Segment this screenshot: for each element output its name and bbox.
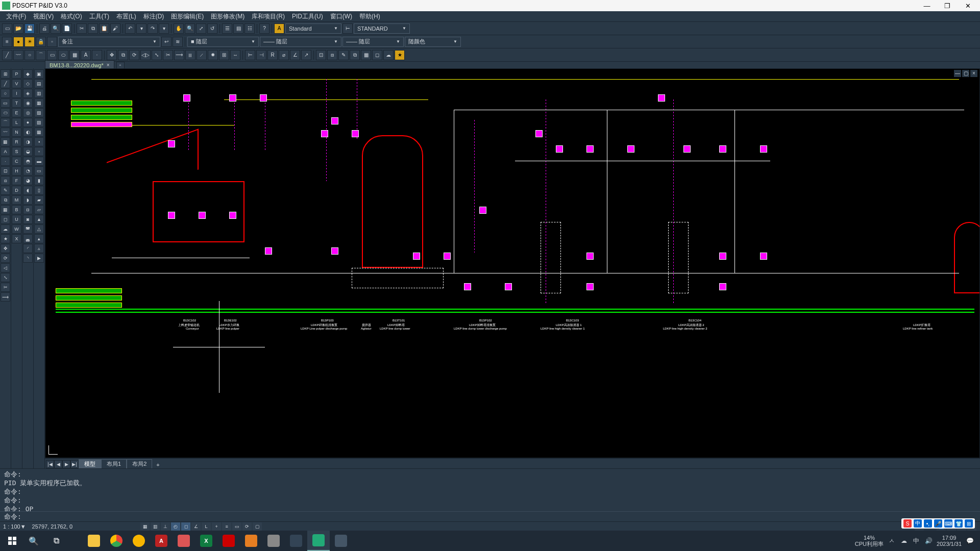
canvas-max-button[interactable]: ▢ — [962, 70, 969, 77]
palette-btn[interactable]: ◙ — [23, 215, 33, 224]
palette-btn[interactable]: M — [12, 195, 21, 205]
palette-btn[interactable]: ◝ — [23, 254, 33, 263]
palette-btn[interactable]: ◗ — [23, 195, 33, 205]
move-button[interactable]: ✥ — [107, 50, 117, 60]
canvas-close-button[interactable]: × — [970, 70, 977, 77]
palette-btn[interactable]: I — [12, 89, 21, 98]
canvas-min-button[interactable]: — — [954, 70, 961, 77]
dim-linear-button[interactable]: ⊢ — [245, 50, 255, 60]
dim-aligned-button[interactable]: ⊣ — [256, 50, 266, 60]
offset-button[interactable]: ⫼ — [185, 50, 195, 60]
cpu-monitor[interactable]: 14% CPU利用率 — [855, 535, 884, 547]
palette-btn[interactable]: ▱ — [34, 205, 44, 214]
ortho-button[interactable]: ⊥ — [161, 522, 170, 531]
ime-lang-icon[interactable]: 中 — [914, 519, 922, 528]
dyn-input-button[interactable]: + — [212, 522, 221, 531]
palette-btn[interactable]: ✎ — [1, 186, 10, 195]
wipeout-button[interactable]: ◻ — [372, 50, 382, 60]
tray-notifications-icon[interactable]: 💬 — [966, 537, 974, 545]
circle-button[interactable]: ○ — [24, 50, 35, 60]
array-button[interactable]: ⊞ — [219, 50, 229, 60]
polar-button[interactable]: ◴ — [171, 522, 180, 531]
palette-btn[interactable]: H — [12, 166, 21, 176]
point-button[interactable]: · — [92, 50, 102, 60]
palette-btn[interactable]: ⌒ — [1, 118, 10, 127]
palette-btn[interactable]: 〰 — [1, 128, 10, 137]
palette-btn[interactable]: ◇ — [23, 79, 33, 88]
palette-btn[interactable]: · — [1, 157, 10, 166]
table-button[interactable]: ▦ — [361, 50, 371, 60]
new-button[interactable]: ▭ — [2, 23, 12, 34]
xref-button[interactable]: ⧉ — [350, 50, 360, 60]
menu-format[interactable]: 格式(O) — [58, 12, 85, 21]
palette-btn[interactable]: ▤ — [34, 79, 44, 88]
tool-palette-button[interactable]: ▤ — [233, 23, 243, 34]
ime-punct-icon[interactable]: •, — [924, 519, 932, 528]
window-close-button[interactable]: ✕ — [958, 2, 978, 10]
menu-draw-edit[interactable]: 图形编辑(E) — [168, 12, 207, 21]
palette-btn[interactable]: R — [12, 137, 21, 146]
dim-diameter-button[interactable]: ⌀ — [279, 50, 289, 60]
sheet-set-button[interactable]: ☷ — [244, 23, 255, 34]
palette-btn[interactable]: ◓ — [23, 157, 33, 166]
menu-help[interactable]: 帮助(H) — [356, 12, 383, 21]
palette-btn[interactable]: N — [12, 128, 21, 137]
palette-btn[interactable]: ★ — [1, 234, 10, 243]
block-insert-button[interactable]: ⊡ — [316, 50, 326, 60]
tab-nav-prev[interactable]: ◀ — [54, 460, 62, 468]
redo-button[interactable]: ↷ — [148, 23, 158, 34]
palette-btn[interactable]: ◕ — [23, 176, 33, 185]
palette-btn[interactable]: ╱ — [1, 79, 10, 88]
taskbar-explorer-button[interactable] — [83, 531, 105, 551]
palette-btn[interactable]: ▦ — [1, 137, 10, 146]
palette-btn[interactable]: ◔ — [23, 166, 33, 176]
layer-previous-button[interactable]: ↩ — [161, 37, 172, 47]
command-input[interactable] — [21, 513, 976, 520]
menu-tools[interactable]: 工具(T) — [86, 12, 112, 21]
tab-nav-last[interactable]: ▶| — [70, 460, 79, 468]
layer-current-dropdown[interactable]: 备注▼ — [58, 37, 160, 47]
palette-btn[interactable]: ▩ — [34, 128, 44, 137]
palette-btn[interactable]: F — [12, 176, 21, 185]
leader-button[interactable]: ↗ — [301, 50, 311, 60]
dim-radius-button[interactable]: R — [267, 50, 278, 60]
preview-button[interactable]: 🔍 — [51, 23, 61, 34]
undo-button[interactable]: ↶ — [125, 23, 135, 34]
palette-btn[interactable]: ▭ — [1, 98, 10, 108]
zoom-extents-button[interactable]: ⤢ — [196, 23, 206, 34]
dynucs-button[interactable]: L — [202, 522, 211, 531]
scale-button[interactable]: ⤡ — [152, 50, 162, 60]
copy-button[interactable]: ⧉ — [88, 23, 98, 34]
palette-btn[interactable]: ⊞ — [1, 69, 10, 79]
palette-btn[interactable]: ○ — [1, 89, 10, 98]
highlight-button[interactable]: ★ — [395, 50, 405, 60]
palette-btn[interactable]: ▶ — [34, 254, 44, 263]
plot-button[interactable]: 📄 — [62, 23, 72, 34]
palette-btn[interactable]: ◈ — [23, 89, 33, 98]
ime-keyboard-icon[interactable]: ⌨ — [944, 519, 952, 528]
layer-manager-button[interactable]: ≡ — [2, 37, 12, 47]
palette-btn[interactable]: ◒ — [23, 147, 33, 156]
palette-btn[interactable]: A — [1, 147, 10, 156]
palette-btn[interactable]: S — [12, 147, 21, 156]
drawing-canvas[interactable]: — ▢ × — [45, 68, 980, 458]
taskbar-excel-button[interactable]: X — [195, 531, 217, 551]
palette-btn[interactable]: ▥ — [34, 89, 44, 98]
undo-dropdown[interactable]: ▾ — [136, 23, 146, 34]
tab-layout1[interactable]: 布局1 — [101, 459, 127, 468]
tab-nav-first[interactable]: |◀ — [46, 460, 54, 468]
paste-button[interactable]: 📋 — [99, 23, 109, 34]
color-dropdown[interactable]: ■ 随层▼ — [187, 37, 259, 47]
doc-tab-close-button[interactable]: × — [107, 62, 110, 68]
palette-btn[interactable]: ⧉ — [1, 195, 10, 205]
dim-style-dropdown[interactable]: STANDARD▼ — [354, 23, 410, 34]
palette-btn[interactable]: ◚ — [23, 224, 33, 234]
palette-btn[interactable]: ● — [23, 118, 33, 127]
palette-btn[interactable]: V — [12, 79, 21, 88]
palette-btn[interactable]: ▧ — [34, 108, 44, 117]
menu-annotation[interactable]: 标注(D) — [140, 12, 167, 21]
ime-skin-icon[interactable]: 👕 — [954, 519, 963, 528]
taskbar-pdf-button[interactable] — [217, 531, 240, 551]
osnap-button[interactable]: ◻ — [181, 522, 190, 531]
format-painter-button[interactable]: 🖌 — [110, 23, 120, 34]
